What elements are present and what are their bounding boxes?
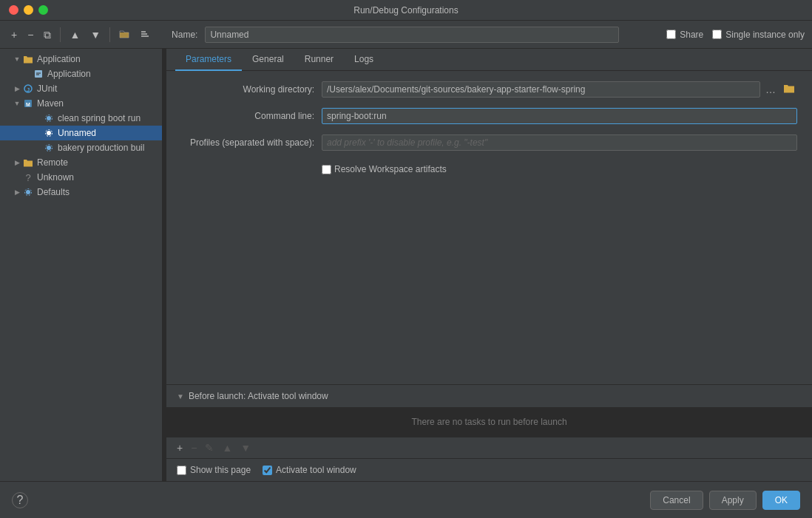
sidebar-item-clean-spring-boot[interactable]: clean spring boot run [0,111,162,126]
sidebar-item-maven-group[interactable]: ▼ M Maven [0,96,162,111]
junit-icon: J [22,83,34,95]
profiles-label: Profiles (separated with space): [181,137,322,148]
working-directory-row: Working directory: … [181,80,797,99]
form-area: Working directory: … Command line: [166,71,812,384]
right-panel: Parameters General Runner Logs Working d… [166,49,812,481]
name-label: Name: [172,30,197,40]
name-right: Share Single instance only [666,30,805,40]
toolbar-separator-2 [109,27,110,42]
bottom-checkboxes: Show this page Activate tool window [166,458,812,481]
window-controls[interactable] [9,5,48,15]
before-launch-add-button[interactable]: + [174,440,186,455]
before-launch-up-button[interactable]: ▲ [219,440,235,455]
single-instance-checkbox[interactable] [712,30,722,39]
sidebar-label-junit: JUnit [37,84,57,94]
sidebar-label-defaults: Defaults [37,187,70,197]
question-icon-unknown: ? [22,171,34,183]
profiles-row: Profiles (separated with space): add pre… [181,133,797,152]
window-title: Run/Debug Configurations [353,5,458,16]
single-instance-checkbox-group: Single instance only [712,30,805,40]
tab-parameters[interactable]: Parameters [175,49,242,71]
sidebar-label-unnamed: Unnamed [58,128,96,138]
footer: ? Cancel Apply OK [0,481,812,518]
command-line-control [322,108,797,124]
before-launch-arrow: ▼ [177,392,184,401]
working-directory-control: … [322,81,797,98]
before-launch-edit-button[interactable]: ✎ [202,440,217,455]
working-directory-label: Working directory: [181,84,322,95]
app-icon-application [33,68,44,80]
sidebar-item-application-group[interactable]: ▼ Application [0,52,162,67]
share-label: Share [680,30,703,40]
share-checkbox[interactable] [666,30,676,39]
before-launch-down-button[interactable]: ▼ [237,440,254,455]
folder-icon-remote [22,157,34,168]
activate-window-checkbox[interactable] [263,466,272,475]
profiles-input-placeholder[interactable]: add prefix '-' to disable profile, e.g. … [322,134,797,151]
cancel-button[interactable]: Cancel [650,491,703,510]
maven-icon: M [22,98,34,109]
sidebar-label-bakery: bakery production buil [58,143,144,153]
gear-icon-csb [43,112,55,124]
working-directory-input[interactable] [322,81,760,98]
close-button[interactable] [9,5,18,15]
name-row: Name: Share Single instance only [172,27,805,43]
folder-button[interactable] [115,27,133,43]
sidebar-item-unnamed[interactable]: Unnamed [0,126,162,140]
sidebar-item-junit-group[interactable]: ▶ J JUnit [0,81,162,96]
sidebar: ▼ Application Application ▶ J [0,49,163,481]
browse-folder-button[interactable] [781,82,797,98]
folder-icon-application [22,53,34,65]
before-launch-tasks-area: There are no tasks to run before launch [166,407,812,437]
activate-window-group: Activate tool window [263,465,356,475]
name-input[interactable] [205,27,619,43]
sidebar-item-unknown-group[interactable]: ? Unknown [0,170,162,185]
ok-button[interactable]: OK [762,491,800,510]
tab-runner[interactable]: Runner [294,49,344,71]
move-down-button[interactable]: ▼ [87,27,104,42]
apply-button[interactable]: Apply [709,491,757,510]
before-launch-remove-button[interactable]: − [188,440,200,455]
svg-point-10 [47,116,51,120]
toolbar-separator [60,27,61,42]
footer-buttons: Cancel Apply OK [650,491,800,510]
title-bar: Run/Debug Configurations [0,0,812,21]
main-container: + − ⧉ ▲ ▼ Name: Share Single instance on [0,21,812,518]
minimize-button[interactable] [24,5,33,15]
content-area: ▼ Application Application ▶ J [0,49,812,481]
show-page-checkbox[interactable] [177,466,186,475]
move-up-button[interactable]: ▲ [66,27,84,42]
resolve-workspace-checkbox[interactable] [322,165,331,174]
before-launch-header[interactable]: ▼ Before launch: Activate tool window [166,385,812,407]
browse-dots-button[interactable]: … [763,82,778,97]
profiles-control: add prefix '-' to disable profile, e.g. … [322,134,797,151]
before-launch-section: ▼ Before launch: Activate tool window Th… [166,384,812,458]
svg-point-14 [47,146,51,150]
gear-icon-unnamed [43,127,55,139]
tabs-bar: Parameters General Runner Logs [166,49,812,71]
add-config-button[interactable]: + [7,27,21,42]
command-line-input[interactable] [322,108,797,124]
footer-left: ? [12,492,28,508]
sidebar-item-defaults-group[interactable]: ▶ Defaults [0,185,162,200]
sidebar-item-application[interactable]: Application [0,67,162,81]
copy-config-button[interactable]: ⧉ [40,27,55,42]
expand-arrow-maven: ▼ [12,100,22,107]
show-page-group: Show this page [177,465,251,475]
share-checkbox-group: Share [666,30,703,40]
tab-logs[interactable]: Logs [344,49,384,71]
sidebar-item-remote-group[interactable]: ▶ Remote [0,155,162,170]
maximize-button[interactable] [38,5,48,15]
remove-config-button[interactable]: − [24,27,37,42]
activate-window-label: Activate tool window [276,465,356,475]
single-instance-label: Single instance only [725,30,805,40]
svg-text:J: J [27,86,30,93]
tab-general[interactable]: General [242,49,294,71]
resolve-workspace-row: Resolve Workspace artifacts [181,160,797,179]
resolve-workspace-label: Resolve Workspace artifacts [334,164,447,174]
help-button[interactable]: ? [12,492,28,508]
sidebar-label-maven: Maven [37,98,64,109]
sort-button[interactable] [136,27,154,43]
expand-arrow-application: ▼ [12,55,22,63]
sidebar-item-bakery[interactable]: bakery production buil [0,140,162,155]
